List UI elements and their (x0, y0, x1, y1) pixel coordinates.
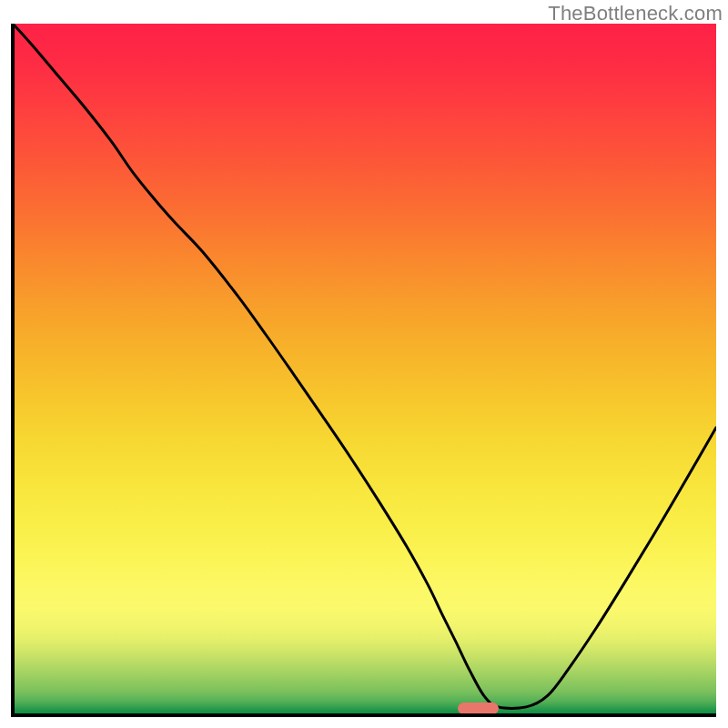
line-curve (13, 24, 716, 715)
minimum-marker-pill (458, 703, 499, 714)
chart-container: { "watermark": "TheBottleneck.com", "col… (0, 0, 728, 728)
plot-area (13, 24, 716, 715)
watermark-text: TheBottleneck.com (548, 2, 723, 25)
